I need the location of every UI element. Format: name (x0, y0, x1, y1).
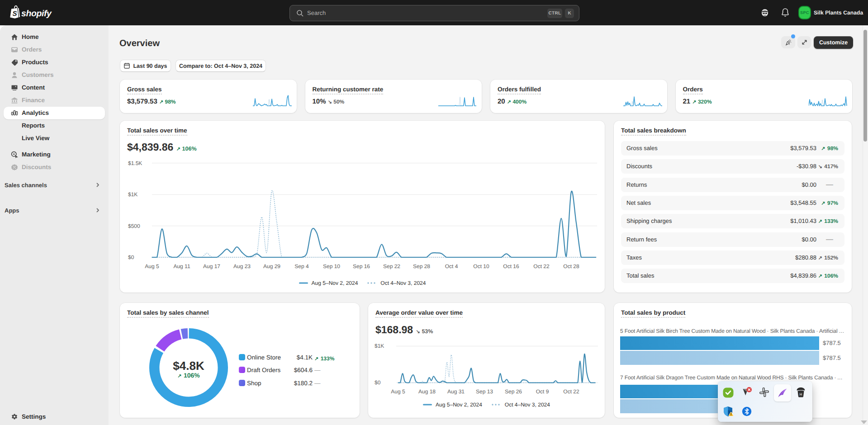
svg-text:H: H (800, 392, 802, 397)
svg-text:S: S (13, 10, 17, 18)
svg-text:shopify: shopify (21, 9, 52, 19)
